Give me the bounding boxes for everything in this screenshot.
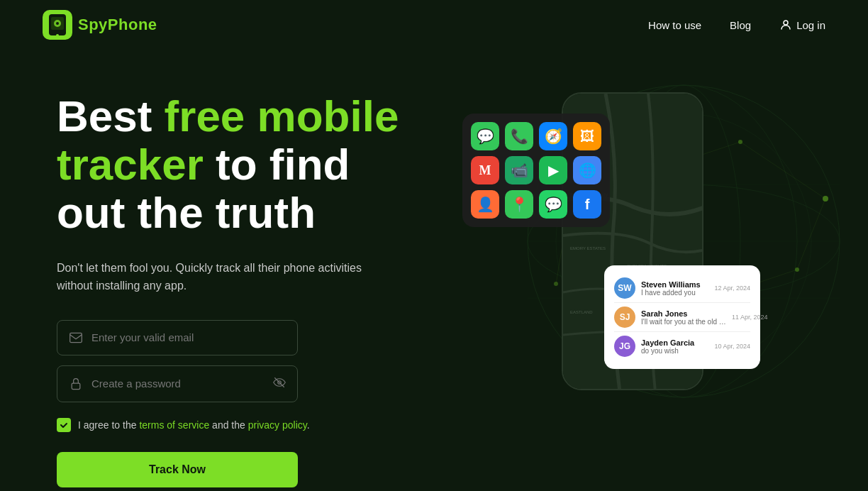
message-text-1: I have added you: [641, 289, 708, 297]
app-chrome: 🌐: [573, 156, 601, 184]
title-green-1: free mobile: [165, 92, 399, 140]
svg-line-27: [797, 199, 825, 270]
app-contacts: 👤: [471, 190, 499, 219]
message-item-1: SW Steven Williams I have added you 12 A…: [614, 274, 750, 303]
avatar-3: JG: [614, 336, 635, 357]
privacy-policy-link[interactable]: privacy policy: [248, 419, 307, 431]
app-gmail: M: [471, 156, 499, 184]
message-item-3: JG Jayden Garcia do you wish 10 Apr, 202…: [614, 332, 750, 360]
svg-rect-7: [70, 333, 82, 342]
blog-link[interactable]: Blog: [730, 19, 751, 31]
nav-links: How to use Blog Log in: [648, 18, 825, 31]
password-input[interactable]: [91, 377, 265, 390]
terms-text: I agree to the terms of service and the …: [78, 419, 310, 431]
message-name-2: Sarah Jones: [641, 309, 726, 318]
svg-point-3: [56, 34, 59, 37]
avatar-1: SW: [614, 277, 635, 299]
app-maps: 📍: [505, 190, 533, 219]
password-field-wrapper: [57, 365, 298, 402]
messages-overlay: SW Steven Williams I have added you 12 A…: [604, 265, 760, 369]
message-content-2: Sarah Jones I'll wait for you at the old…: [641, 309, 726, 326]
message-item-2: SJ Sarah Jones I'll wait for you at the …: [614, 303, 750, 332]
message-content-1: Steven Williams I have added you: [641, 280, 708, 297]
message-content-3: Jayden Garcia do you wish: [641, 338, 708, 355]
svg-point-6: [784, 21, 788, 25]
app-whatsapp: 💬: [539, 190, 567, 219]
message-date-1: 12 Apr, 2024: [714, 285, 750, 292]
message-name-3: Jayden Garcia: [641, 338, 708, 347]
phone-mockup: Emory University EMORY ESTATES CHELSEA H…: [562, 92, 703, 390]
email-input[interactable]: [91, 331, 286, 343]
app-safari: 🧭: [539, 122, 567, 150]
apps-grid: 💬 📞 🧭 🖼 M 📹 ▶ 🌐 👤 📍 💬 f: [462, 114, 610, 227]
app-photos: 🖼: [573, 122, 601, 150]
login-label: Log in: [796, 19, 825, 31]
svg-text:EASTLAND: EASTLAND: [570, 310, 593, 314]
title-green-2: tracker: [57, 140, 204, 189]
input-group: [57, 320, 425, 402]
svg-text:EMORY ESTATES: EMORY ESTATES: [570, 246, 606, 250]
app-phone: 📞: [505, 122, 533, 150]
logo-text: SpyPhone: [78, 16, 157, 34]
title-white-2: to find: [204, 140, 350, 189]
app-messages: 💬: [471, 122, 499, 150]
logo-link[interactable]: SpyPhone: [43, 10, 157, 40]
track-now-button[interactable]: Track Now: [57, 452, 298, 487]
user-icon: [779, 18, 792, 31]
hero-right: Emory University EMORY ESTATES CHELSEA H…: [425, 71, 811, 390]
svg-point-5: [56, 22, 59, 25]
message-name-1: Steven Williams: [641, 280, 708, 289]
title-white-3: out the truth: [57, 188, 316, 237]
checkmark-icon: [60, 421, 68, 429]
title-word-best: Best: [57, 92, 165, 140]
logo-icon: [43, 10, 72, 40]
hero-title: Best free mobile tracker to find out the…: [57, 92, 425, 238]
message-text-3: do you wish: [641, 347, 708, 355]
hero-subtitle: Don't let them fool you. Quickly track a…: [57, 259, 369, 295]
avatar-2: SJ: [614, 307, 635, 328]
terms-checkbox[interactable]: [57, 418, 71, 432]
lock-icon: [69, 377, 83, 391]
login-link[interactable]: Log in: [779, 18, 825, 31]
email-field-wrapper: [57, 320, 298, 355]
how-to-use-link[interactable]: How to use: [648, 19, 701, 31]
message-date-3: 10 Apr, 2024: [714, 343, 750, 350]
terms-of-service-link[interactable]: terms of service: [139, 419, 209, 431]
svg-rect-8: [72, 383, 80, 389]
hero-section: Best free mobile tracker to find out the…: [0, 50, 868, 491]
toggle-password-icon[interactable]: [273, 376, 286, 392]
message-text-2: I'll wait for you at the old place: [641, 318, 726, 326]
navbar: SpyPhone How to use Blog Log in: [0, 0, 868, 50]
hero-left: Best free mobile tracker to find out the…: [57, 71, 425, 487]
message-date-2: 11 Apr, 2024: [732, 314, 768, 321]
app-facetime: 📹: [505, 156, 533, 184]
app-play: ▶: [539, 156, 567, 184]
app-facebook: f: [573, 190, 601, 219]
terms-row: I agree to the terms of service and the …: [57, 418, 425, 432]
email-icon: [69, 331, 83, 345]
